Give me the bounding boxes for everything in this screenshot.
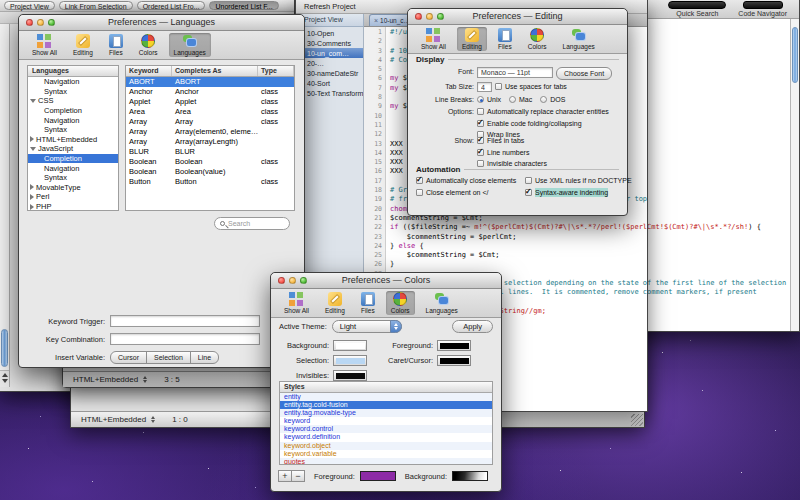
style-row[interactable]: entity.tag.movable-type <box>280 409 492 417</box>
scrollbar-thumb[interactable] <box>792 27 798 83</box>
keyword-table-header[interactable]: KeywordCompletes AsType <box>126 66 294 77</box>
keyword-row[interactable]: AppletAppletclass <box>126 97 294 107</box>
language-row[interactable]: HTML+Embedded <box>28 135 118 145</box>
column-header[interactable]: Completes As <box>172 66 258 76</box>
zoom-button[interactable] <box>437 13 444 20</box>
prefs-tab-languages[interactable]: Languages <box>558 27 600 51</box>
sidebar-file-item[interactable]: 20-… <box>296 58 363 68</box>
search-field[interactable]: Search <box>214 217 290 230</box>
keyword-row[interactable]: ABORTABORT <box>126 77 294 87</box>
sidebar-file-item[interactable]: 10-un_com… <box>296 48 363 58</box>
choose-font-button[interactable]: Choose Font <box>556 67 612 80</box>
code-navigator-button[interactable] <box>743 1 783 9</box>
remove-style-button[interactable]: − <box>291 470 305 482</box>
keyword-row[interactable]: AreaAreaclass <box>126 107 294 117</box>
style-row[interactable]: quotes <box>280 458 492 465</box>
font-field[interactable] <box>477 67 553 78</box>
zoom-button[interactable] <box>300 277 307 284</box>
checkbox[interactable] <box>416 177 423 184</box>
column-header[interactable]: Keyword <box>126 66 172 76</box>
disclosure-right-icon[interactable] <box>30 184 34 190</box>
refresh-project-button[interactable]: Refresh Project <box>304 2 356 11</box>
resize-grip[interactable] <box>631 414 643 426</box>
disclosure-right-icon[interactable] <box>30 204 34 210</box>
keyword-row[interactable]: ArrayArrayclass <box>126 117 294 127</box>
close-button[interactable] <box>278 277 285 284</box>
styles-header[interactable]: Styles <box>280 382 492 393</box>
language-row[interactable]: Navigation <box>28 163 118 173</box>
column-header[interactable]: Type <box>258 66 294 76</box>
language-mode-popup[interactable]: HTML+Embedded <box>81 415 146 424</box>
radio-button[interactable] <box>509 96 516 103</box>
tab-size-field[interactable] <box>477 82 492 92</box>
language-mode-popup[interactable]: HTML+Embedded <box>73 375 138 384</box>
vertical-scrollbar[interactable] <box>790 19 799 331</box>
segment-line[interactable]: Line <box>190 351 219 364</box>
segment-selection[interactable]: Selection <box>146 351 191 364</box>
keyword-row[interactable]: ArrayArray(arrayLength) <box>126 137 294 147</box>
radio-button[interactable] <box>540 96 547 103</box>
zoom-button[interactable] <box>48 19 55 26</box>
disclosure-down-icon[interactable] <box>30 99 36 103</box>
style-row[interactable]: keyword.variable <box>280 450 492 458</box>
toolbar-button[interactable]: Project View <box>4 1 55 10</box>
close-button[interactable] <box>415 13 422 20</box>
color-well[interactable] <box>333 370 367 381</box>
prefs-tab-colors[interactable]: Colors <box>523 27 552 51</box>
style-row[interactable]: keyword <box>280 417 492 425</box>
titlebar[interactable]: Preferences — Editing <box>408 9 627 25</box>
prefs-tab-colors[interactable]: Colors <box>386 291 415 315</box>
language-row[interactable]: Syntax <box>28 173 118 183</box>
prefs-tab-colors[interactable]: Colors <box>134 33 163 57</box>
keyword-trigger-field[interactable] <box>110 315 260 327</box>
keyword-row[interactable]: ArrayArray(element0, eleme… <box>126 127 294 137</box>
language-row[interactable]: Completion <box>28 154 118 164</box>
theme-popup[interactable]: Light <box>332 320 402 333</box>
popup-arrows-icon[interactable] <box>143 376 147 383</box>
keyword-row[interactable]: BLURBLUR <box>126 147 294 157</box>
prefs-tab-files[interactable]: Files <box>104 33 128 57</box>
quick-search-field[interactable] <box>668 1 726 9</box>
checkbox[interactable] <box>525 177 532 184</box>
apply-button[interactable]: Apply <box>452 320 493 333</box>
prefs-tab-languages[interactable]: Languages <box>169 33 211 57</box>
language-row[interactable]: Syntax <box>28 87 118 97</box>
checkbox[interactable] <box>477 120 484 127</box>
popup-arrows-icon[interactable] <box>151 416 155 423</box>
titlebar[interactable]: Preferences — Languages <box>19 15 304 31</box>
disclosure-right-icon[interactable] <box>30 194 34 200</box>
style-row[interactable]: entity <box>280 393 492 401</box>
checkbox[interactable] <box>477 149 484 156</box>
color-well[interactable] <box>437 340 471 351</box>
sidebar-file-item[interactable]: 30-Comments <box>296 38 363 48</box>
checkbox[interactable] <box>525 189 532 196</box>
sidebar-file-item[interactable]: 40-Sort <box>296 78 363 88</box>
prefs-tab-show-all[interactable]: Show All <box>416 27 451 51</box>
language-row[interactable]: Syntax <box>28 125 118 135</box>
prefs-tab-languages[interactable]: Languages <box>421 291 463 315</box>
language-row[interactable]: CSS <box>28 96 118 106</box>
keyword-row[interactable]: BooleanBooleanclass <box>126 157 294 167</box>
minimize-button[interactable] <box>426 13 433 20</box>
prefs-tab-editing[interactable]: Editing <box>457 27 487 51</box>
languages-list-header[interactable]: Languages <box>28 66 118 77</box>
radio-button[interactable] <box>477 96 484 103</box>
minimize-button[interactable] <box>37 19 44 26</box>
use-spaces-checkbox[interactable] <box>495 83 502 90</box>
language-row[interactable]: JavaScript <box>28 144 118 154</box>
style-row[interactable]: keyword.object <box>280 442 492 450</box>
language-row[interactable]: Perl <box>28 192 118 202</box>
key-combination-field[interactable] <box>110 333 260 345</box>
prefs-tab-files[interactable]: Files <box>493 27 517 51</box>
color-well[interactable] <box>333 355 367 366</box>
foreground-swatch[interactable] <box>360 471 396 481</box>
minimize-button[interactable] <box>289 277 296 284</box>
prefs-tab-files[interactable]: Files <box>356 291 380 315</box>
toolbar-button[interactable]: Unordered List F... <box>209 1 278 10</box>
keyword-row[interactable]: ButtonButtonclass <box>126 177 294 187</box>
style-row[interactable]: entity.tag.cold-fusion <box>280 401 492 409</box>
sidebar-file-item[interactable]: 10-Open <box>296 28 363 38</box>
style-row[interactable]: keyword.definition <box>280 433 492 441</box>
tab-close-icon[interactable]: × <box>374 16 378 26</box>
keyword-row[interactable]: BooleanBoolean(value) <box>126 167 294 177</box>
